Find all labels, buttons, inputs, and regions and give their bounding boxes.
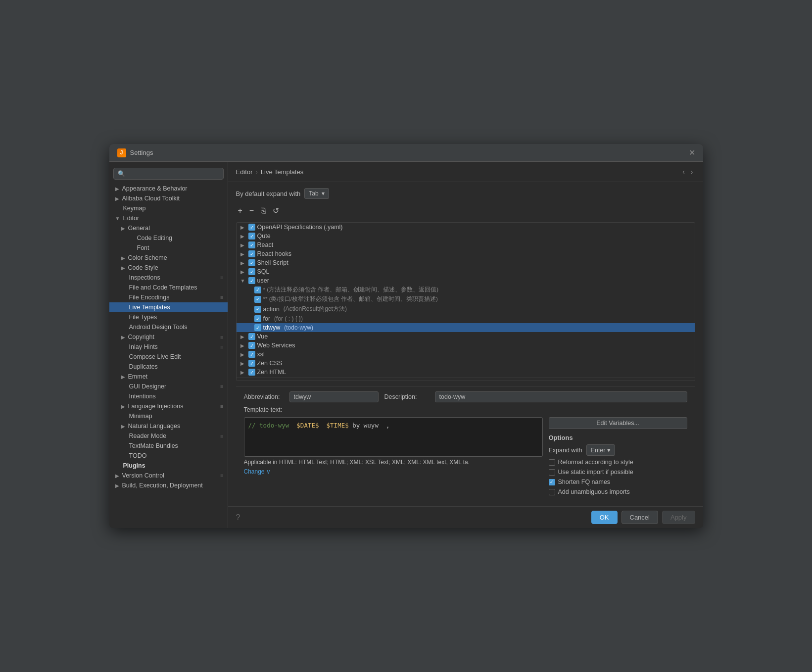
search-box[interactable]: 🔍 (113, 168, 224, 180)
tree-item-user-dstar[interactable]: ✓ ** (类/接口/枚举注释必须包含 作者、邮箱、创建时间、类职责描述) (237, 294, 695, 304)
sidebar-item-file-encodings[interactable]: File Encodings ≡ (109, 292, 228, 302)
expand-with-options-dropdown[interactable]: Enter ▾ (586, 444, 615, 456)
sidebar-item-code-editing[interactable]: Code Editing (109, 233, 228, 243)
static-import-checkbox[interactable] (549, 469, 555, 476)
sidebar-item-color-scheme[interactable]: ▶ Color Scheme (109, 253, 228, 263)
sidebar-item-code-style[interactable]: ▶ Code Style (109, 263, 228, 273)
tree-item-openapi[interactable]: ▶ ✓ OpenAPI Specifications (.yaml) (237, 223, 695, 232)
template-editor[interactable]: // todo-wyw $DATE$ $TIME$ by wuyw , (244, 417, 543, 457)
search-input[interactable] (127, 170, 219, 177)
sidebar-item-font[interactable]: Font (109, 243, 228, 253)
expand-icon: ▶ (115, 196, 119, 201)
sidebar-item-lang-injections[interactable]: ▶ Language Injections ≡ (109, 401, 228, 411)
item-checkbox[interactable]: ✓ (254, 287, 261, 293)
tree-item-shell-script[interactable]: ▶ ✓ Shell Script (237, 258, 695, 267)
item-checkbox[interactable]: ✓ (254, 315, 261, 322)
tree-item-vue[interactable]: ▶ ✓ Vue (237, 332, 695, 341)
sidebar-item-keymap[interactable]: Keymap (109, 203, 228, 213)
sidebar-item-inlay-hints[interactable]: Inlay Hints ≡ (109, 342, 228, 352)
tree-item-zen-css[interactable]: ▶ ✓ Zen CSS (237, 359, 695, 368)
options-col: Edit Variables... Options Expand with En… (549, 417, 687, 495)
tree-item-user-for[interactable]: ✓ for (for ( : ) { }) (237, 314, 695, 323)
shorten-fq-checkbox[interactable]: ✓ (549, 479, 555, 485)
expand-with-dropdown[interactable]: Tab ▾ (304, 188, 329, 199)
sidebar-item-minimap[interactable]: Minimap (109, 411, 228, 421)
sidebar-item-textmate[interactable]: TextMate Bundles (109, 441, 228, 451)
help-icon[interactable]: ? (236, 513, 240, 522)
tree-item-web-services[interactable]: ▶ ✓ Web Services (237, 341, 695, 350)
sidebar-item-appearance[interactable]: ▶ Appearance & Behavior (109, 184, 228, 193)
tree-item-xsl[interactable]: ▶ ✓ xsl (237, 350, 695, 359)
sidebar-item-file-code-templates[interactable]: File and Code Templates (109, 283, 228, 292)
tree-item-user[interactable]: ▼ ✓ user (237, 276, 695, 285)
reformat-checkbox[interactable] (549, 459, 555, 466)
abbrev-input[interactable] (289, 391, 379, 402)
checkbox-shorten-fq[interactable]: ✓ Shorten FQ names (549, 479, 687, 485)
tree-item-user-star[interactable]: ✓ * (方法注释必须包含 作者、邮箱、创建时间、描述、参数、返回值) (237, 285, 695, 294)
item-checkbox[interactable]: ✓ (248, 277, 255, 284)
sidebar-item-editor[interactable]: ▼ Editor (109, 213, 228, 223)
item-checkbox[interactable]: ✓ (254, 306, 261, 313)
sidebar-item-version-control[interactable]: ▶ Version Control ≡ (109, 471, 228, 480)
item-checkbox[interactable]: ✓ (248, 333, 255, 340)
item-checkbox[interactable]: ✓ (248, 342, 255, 349)
sidebar-item-compose-live-edit[interactable]: Compose Live Edit (109, 352, 228, 362)
sidebar-item-build[interactable]: ▶ Build, Execution, Deployment (109, 480, 228, 490)
checkbox-unambiguous-imports[interactable]: Add unambiguous imports (549, 488, 687, 495)
nav-forward-button[interactable]: › (689, 167, 695, 177)
badge: ≡ (220, 344, 223, 350)
item-checkbox[interactable]: ✓ (248, 241, 255, 248)
unambiguous-imports-checkbox[interactable] (549, 489, 555, 495)
apply-button[interactable]: Apply (662, 511, 695, 524)
sidebar-item-copyright[interactable]: ▶ Copyright ≡ (109, 332, 228, 342)
sidebar-item-gui-designer[interactable]: GUI Designer ≡ (109, 382, 228, 391)
sidebar-item-plugins[interactable]: Plugins (109, 461, 228, 471)
checkbox-static-import[interactable]: Use static import if possible (549, 469, 687, 476)
expand-with-label: By default expand with (236, 190, 301, 197)
remove-template-button[interactable]: − (247, 205, 256, 216)
nav-back-button[interactable]: ‹ (680, 167, 687, 177)
edit-variables-button[interactable]: Edit Variables... (549, 417, 687, 429)
revert-template-button[interactable]: ↺ (271, 205, 281, 216)
tree-item-user-tdwyw[interactable]: ✓ tdwyw (todo-wyw) (237, 323, 695, 332)
sidebar-item-live-templates[interactable]: Live Templates (109, 302, 228, 312)
item-checkbox[interactable]: ✓ (248, 233, 255, 240)
item-checkbox[interactable]: ✓ (248, 259, 255, 266)
copy-template-button[interactable]: ⎘ (259, 205, 268, 216)
sidebar-item-inspections[interactable]: Inspections ≡ (109, 273, 228, 283)
sidebar-item-todo[interactable]: TODO (109, 451, 228, 461)
sidebar-item-alibaba[interactable]: ▶ Alibaba Cloud Toolkit (109, 193, 228, 203)
tree-item-react-hooks[interactable]: ▶ ✓ React hooks (237, 249, 695, 258)
item-checkbox[interactable]: ✓ (248, 360, 255, 367)
sidebar-item-label: Keymap (123, 205, 146, 212)
item-checkbox[interactable]: ✓ (248, 351, 255, 358)
sidebar-item-label: Inspections (129, 274, 160, 281)
add-template-button[interactable]: + (236, 205, 244, 216)
tree-item-user-action[interactable]: ✓ action (ActionResult的get方法) (237, 304, 695, 314)
close-button[interactable]: ✕ (689, 148, 695, 157)
sidebar-item-emmet[interactable]: ▶ Emmet (109, 372, 228, 382)
checkbox-reformat[interactable]: Reformat according to style (549, 459, 687, 466)
item-label: SQL (257, 268, 270, 275)
sidebar-item-intentions[interactable]: Intentions (109, 391, 228, 401)
sidebar-item-file-types[interactable]: File Types (109, 312, 228, 322)
item-checkbox[interactable]: ✓ (254, 324, 261, 331)
item-checkbox[interactable]: ✓ (254, 296, 261, 303)
item-checkbox[interactable]: ✓ (248, 369, 255, 376)
sidebar-item-natural-languages[interactable]: ▶ Natural Languages (109, 421, 228, 431)
tree-item-zen-html[interactable]: ▶ ✓ Zen HTML (237, 368, 695, 377)
item-checkbox[interactable]: ✓ (248, 224, 255, 231)
change-link[interactable]: Change ∨ (244, 468, 271, 475)
tree-item-sql[interactable]: ▶ ✓ SQL (237, 267, 695, 276)
item-checkbox[interactable]: ✓ (248, 268, 255, 275)
cancel-button[interactable]: Cancel (621, 511, 658, 524)
sidebar-item-duplicates[interactable]: Duplicates (109, 362, 228, 372)
ok-button[interactable]: OK (591, 511, 618, 524)
sidebar-item-general[interactable]: ▶ General (109, 223, 228, 233)
sidebar-item-android-design[interactable]: Android Design Tools (109, 322, 228, 332)
sidebar-item-reader-mode[interactable]: Reader Mode ≡ (109, 431, 228, 441)
tree-item-qute[interactable]: ▶ ✓ Qute (237, 232, 695, 240)
desc-input[interactable] (435, 391, 687, 402)
item-checkbox[interactable]: ✓ (248, 250, 255, 257)
tree-item-react[interactable]: ▶ ✓ React (237, 240, 695, 249)
